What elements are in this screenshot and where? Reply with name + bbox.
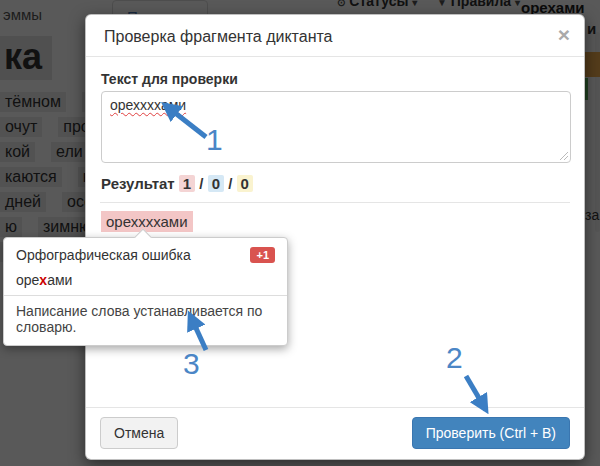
spelling-error-popover: Орфографическая ошибка +1 орехами Написа… bbox=[3, 237, 288, 346]
error-count-badge: +1 bbox=[250, 247, 275, 263]
info-count-badge: 0 bbox=[208, 175, 224, 192]
count-separator: / bbox=[228, 175, 232, 192]
word-prefix: оре bbox=[16, 272, 39, 288]
highlighted-error-word[interactable]: ореххххами bbox=[101, 211, 193, 232]
word-suffix: ами bbox=[47, 272, 72, 288]
warning-count-badge: 0 bbox=[237, 175, 253, 192]
dialog-title: Проверка фрагмента диктанта bbox=[104, 28, 333, 45]
check-button[interactable]: Проверить (Ctrl + B) bbox=[412, 417, 570, 449]
cancel-button[interactable]: Отмена bbox=[100, 417, 178, 449]
result-area: ореххххами bbox=[101, 203, 569, 232]
dialog-header: Проверка фрагмента диктанта × bbox=[86, 15, 584, 57]
check-text-input[interactable]: ореххххами bbox=[101, 91, 571, 163]
result-summary: Результат 1 / 0 / 0 bbox=[101, 175, 569, 192]
input-text-misspelled: ореххххами bbox=[110, 97, 186, 113]
dialog-body: Текст для проверки ореххххами Результат … bbox=[86, 57, 584, 232]
input-label: Текст для проверки bbox=[101, 71, 569, 87]
screen: эммы Пунк ⊙ Статусы ▾ ▼ Правила ▾ орехам… bbox=[0, 0, 600, 466]
rule-description: Написание слова устанавливается по слова… bbox=[4, 296, 287, 345]
error-count-badge: 1 bbox=[179, 175, 195, 192]
popover-title: Орфографическая ошибка bbox=[16, 247, 191, 263]
corrected-letter: х bbox=[39, 272, 47, 288]
suggested-correction[interactable]: орехами bbox=[4, 268, 287, 296]
result-label: Результат bbox=[101, 175, 175, 192]
count-separator: / bbox=[199, 175, 203, 192]
close-icon[interactable]: × bbox=[558, 24, 570, 45]
resize-handle[interactable] bbox=[558, 150, 568, 160]
dialog-footer: Отмена Проверить (Ctrl + B) bbox=[86, 407, 584, 459]
